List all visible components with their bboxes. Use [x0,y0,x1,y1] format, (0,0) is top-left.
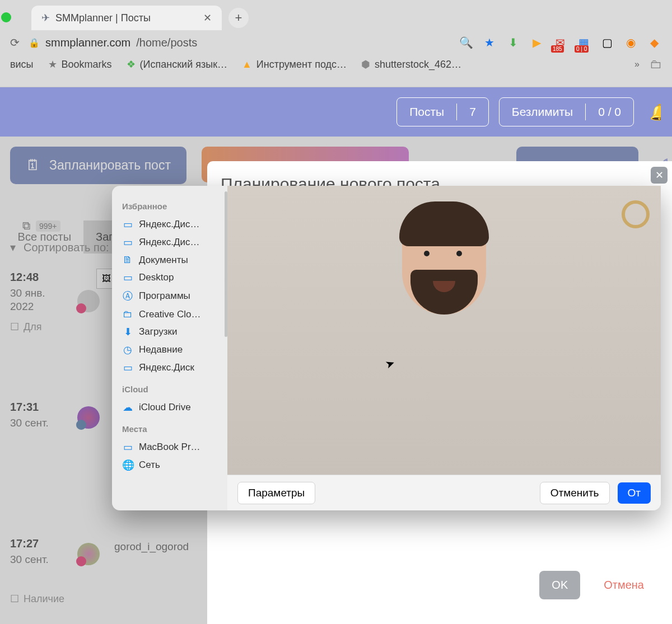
bookmarks-row: висы ★Bookmarks ❖(Испанский язык… ▲Инстр… [0,54,672,75]
close-tab-icon[interactable]: ✕ [203,12,212,24]
globe-icon: 🌐 [122,459,133,471]
reload-icon[interactable]: ⟳ [10,36,20,49]
sidebar-item[interactable]: 🌐Сеть [118,456,222,474]
lock-icon: 🔒 [29,37,40,48]
sidebar-header-icloud: iCloud [122,384,222,394]
posts-count: 7 [457,98,488,126]
hdd-icon: ▭ [122,362,133,374]
sidebar-header-places: Места [122,424,222,434]
cancel-open-button[interactable]: Отменить [540,482,610,504]
sidebar-item-label: Creative Clo… [139,309,201,320]
doc-icon: 🗎 [122,254,133,266]
sidebar-item-label: Программы [139,290,190,302]
slots-badge: 0 | 0 [575,45,589,53]
file-dialog-main: 〈 〉 ▥⌄ ⠿⌄ 🗀 дина ⇅ 🔍 Поиск Автобонус.mp4… [227,186,661,475]
bag-icon[interactable]: ▢ [600,36,614,49]
sidebar-item[interactable]: ▭Яндекс.Дис… [118,215,222,233]
sidebar-item[interactable]: 🗎Документы [118,251,222,269]
posts-label: Посты [397,98,456,126]
sidebar-item-label: Сеть [139,459,160,471]
tab-title: SMMplanner | Посты [55,12,151,24]
sidebar-item[interactable]: ▭Яндекс.Диск [118,359,222,377]
file-dialog-footer: Параметры Отменить От [227,475,661,510]
url-path: /home/posts [136,36,197,49]
zoom-out-icon[interactable]: 🔍 [459,36,473,49]
tab-bar: ✈ SMMplanner | Посты ✕ + [0,0,672,30]
url-host: smmplanner.com [45,36,130,49]
sidebar-item-label: iCloud Drive [139,402,191,413]
bookmark-item[interactable]: ★Bookmarks [48,58,112,71]
unlimited-counter-pill[interactable]: Безлимиты 0 / 0 [499,97,634,126]
home-icon: ▭ [122,271,133,284]
browser-tab[interactable]: ✈ SMMplanner | Посты ✕ [31,6,222,30]
sidebar-item-label: Яндекс.Дис… [139,237,199,248]
star-icon[interactable]: ★ [483,36,496,49]
address-row: ⟳ 🔒 smmplanner.com/home/posts 🔍 ★ ⬇ ▶ ✉1… [0,30,672,54]
sidebar-item[interactable]: ⬇Загрузки [118,323,222,341]
preview-column: Когда-закончится-эмиссия1.mp4 MP4 file —… [385,219,661,475]
sidebar-item[interactable]: ☁iCloud Drive [118,398,222,416]
sidebar-item-label: MacBook Pr… [139,442,200,453]
hdd-icon: ▭ [122,236,133,248]
play-icon[interactable]: ▶ [530,36,543,49]
close-modal-button[interactable]: ✕ [651,167,668,184]
sidebar-item[interactable]: ▭Desktop [118,269,222,287]
bookmark-item[interactable]: ▲Инструмент подс… [242,59,347,71]
unlimited-label: Безлимиты [500,98,585,126]
bookmarks-more[interactable]: » 🗀 [634,57,662,72]
bookmark-item[interactable]: висы [10,59,34,71]
down-icon: ⬇ [122,326,133,338]
sidebar-item[interactable]: ⒶПрограммы [118,287,222,306]
posts-counter-pill[interactable]: Посты 7 [396,97,489,126]
open-button[interactable]: От [618,482,651,504]
new-tab-button[interactable]: + [228,8,249,28]
download-icon[interactable]: ⬇ [506,36,520,49]
sidebar-item[interactable]: ▭Яндекс.Дис… [118,233,222,251]
metamask-icon[interactable]: ◆ [647,36,661,49]
cancel-button[interactable]: Отмена [591,571,656,599]
parameters-button[interactable]: Параметры [237,482,315,504]
file-dialog-sidebar: Избранное ▭Яндекс.Дис…▭Яндекс.Дис…🗎Докум… [112,186,227,510]
folder-icon: 🗀 [122,308,133,320]
sidebar-item-label: Документы [139,255,188,266]
app-body: 🗓 Запланировать пост ⚗ ⧉ 999+ Все посты … [0,137,672,624]
sidebar-header-favorites: Избранное [122,201,222,211]
preview-thumbnail [447,229,599,381]
clock-icon: ◷ [122,344,133,356]
extension-icons: 🔍 ★ ⬇ ▶ ✉185 ▦0 | 0 ▢ ◉ ◆ [459,36,661,49]
sidebar-item[interactable]: 🗀Creative Clo… [118,306,222,323]
modal-footer: OK Отмена [539,571,656,599]
address-bar[interactable]: 🔒 smmplanner.com/home/posts [29,36,450,49]
laptop-icon: ▭ [122,441,133,453]
calendar-icon[interactable]: ▦0 | 0 [577,36,590,49]
unlimited-count: 0 / 0 [586,98,633,126]
sidebar-item-label: Недавние [139,344,183,355]
folder-icon[interactable]: 🗀 [650,57,662,72]
analytics-icon[interactable]: ◉ [624,36,637,49]
sidebar-item[interactable]: ▭MacBook Pr… [118,438,222,456]
hdd-icon: ▭ [122,218,133,231]
sidebar-item-label: Яндекс.Дис… [139,219,199,230]
sidebar-item-label: Загрузки [139,326,177,337]
sidebar-item-label: Desktop [139,272,174,283]
bell-icon[interactable]: 🔔 [650,103,661,121]
window-maximize-dot[interactable] [1,12,11,22]
browser-chrome: ✈ SMMplanner | Посты ✕ + ⟳ 🔒 smmplanner.… [0,0,672,87]
mail-icon[interactable]: ✉185 [553,36,567,49]
mail-badge: 185 [551,45,564,53]
ok-button[interactable]: OK [539,571,580,599]
app-banner: Посты 7 Безлимиты 0 / 0 🔔 [0,87,672,137]
apps-icon: Ⓐ [122,289,133,303]
sidebar-item[interactable]: ◷Недавние [118,341,222,359]
sidebar-item-label: Яндекс.Диск [139,362,194,373]
bookmark-item[interactable]: ❖(Испанский язык… [127,58,227,71]
file-columns: Автобонус.mp4Автобонус1.mp4Безопасн…-сет… [227,218,661,475]
paper-plane-icon: ✈ [41,12,50,24]
cloud-icon: ☁ [122,401,133,414]
file-open-dialog: Избранное ▭Яндекс.Дис…▭Яндекс.Дис…🗎Докум… [112,186,661,510]
bookmark-item[interactable]: ⬢shutterstock_462… [361,58,461,71]
